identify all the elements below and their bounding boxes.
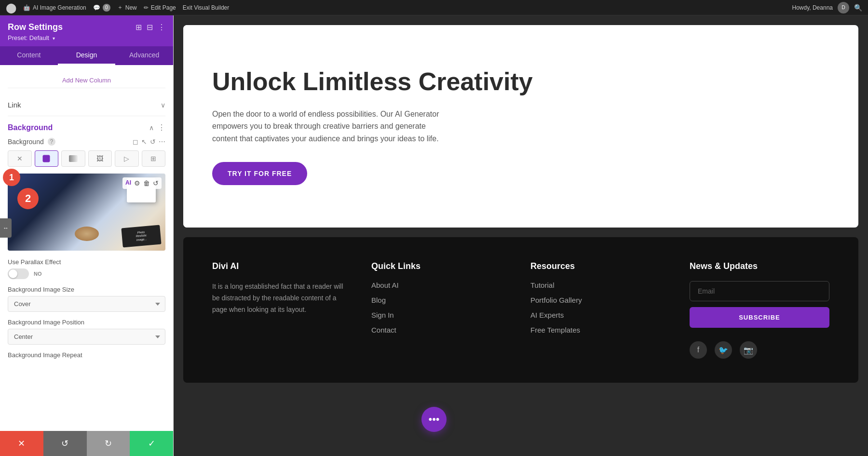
delete-action-icon[interactable]: 🗑	[143, 179, 150, 187]
footer-link-tutorial[interactable]: Tutorial	[530, 281, 670, 289]
image-size-row: Background Image Size Cover Contain Auto…	[8, 286, 165, 312]
preview-bowl	[75, 227, 99, 241]
background-section-title: Background	[8, 123, 53, 132]
footer: Divi AI It is a long established fact th…	[183, 237, 858, 383]
background-label-row: Background ? ◻ ↖ ↺ ⋯	[8, 138, 165, 146]
background-types: ✕ 🖼 ▷ ⊞	[8, 150, 165, 167]
footer-link-free-templates[interactable]: Free Templates	[530, 326, 670, 334]
tab-design[interactable]: Design	[58, 46, 116, 65]
footer-link-contact[interactable]: Contact	[371, 326, 511, 334]
admin-avatar[interactable]: D	[838, 2, 849, 13]
main-layout: Row Settings ⊞ ⊟ ⋮ Preset: Default ▾ Con…	[0, 15, 868, 456]
toggle-knob	[9, 269, 17, 278]
background-more-icon[interactable]: ⋮	[158, 123, 165, 132]
reset-action-icon[interactable]: ↺	[153, 179, 159, 187]
image-position-row: Background Image Position Center Top Lef…	[8, 319, 165, 345]
sidebar-content: Add New Column Link ∨ Background ∧ ⋮	[0, 65, 173, 431]
preview-card-text: PhotoReslisticImage...	[136, 230, 147, 241]
svg-rect-0	[43, 155, 50, 162]
sidebar: Row Settings ⊞ ⊟ ⋮ Preset: Default ▾ Con…	[0, 15, 174, 456]
sidebar-title: Row Settings	[8, 22, 63, 32]
parallax-toggle[interactable]	[8, 268, 29, 279]
instagram-icon[interactable]: 📷	[740, 341, 757, 359]
footer-social: f 🐦 📷	[690, 341, 829, 359]
hero-left: Unlock Limitless Creativity Open the doo…	[183, 25, 858, 228]
link-section: Link ∨	[8, 94, 165, 116]
background-section-header: Background ∧ ⋮	[8, 123, 165, 132]
sidebar-tabs: Content Design Advanced	[0, 46, 173, 65]
wordpress-icon[interactable]: ⬤	[6, 2, 16, 13]
bg-type-image[interactable]: 🖼	[88, 150, 112, 167]
footer-link-ai-experts[interactable]: AI Experts	[530, 311, 670, 319]
image-repeat-row: Background Image Repeat	[8, 351, 165, 359]
preview-icon[interactable]: ⊞	[136, 23, 142, 32]
footer-col-quick-links: Quick Links About AI Blog Sign In Contac…	[371, 261, 511, 359]
tab-content[interactable]: Content	[0, 46, 58, 65]
bg-cursor-icon[interactable]: ↖	[141, 138, 147, 146]
help-icon[interactable]: ?	[48, 138, 55, 146]
bg-type-none[interactable]: ✕	[8, 150, 32, 167]
cancel-button[interactable]: ✕	[0, 431, 43, 456]
admin-bar-right: Howdy, Deanna D 🔍	[792, 2, 863, 13]
confirm-button[interactable]: ✓	[130, 431, 173, 456]
footer-col-news: News & Updates SUBSCRIBE f 🐦 📷	[690, 261, 829, 359]
image-size-select[interactable]: Cover Contain Auto Initial	[8, 296, 165, 312]
image-position-label: Background Image Position	[8, 319, 165, 326]
background-collapse-icon[interactable]: ∧	[149, 124, 154, 132]
link-section-arrow: ∨	[161, 101, 165, 109]
bg-copy-icon[interactable]: ◻	[133, 138, 138, 146]
ai-action-icon[interactable]: AI	[125, 179, 131, 187]
facebook-icon[interactable]: f	[690, 341, 707, 359]
bg-type-color[interactable]	[35, 150, 59, 167]
undo-button[interactable]: ↺	[43, 431, 87, 456]
footer-subscribe-button[interactable]: SUBSCRIBE	[690, 307, 829, 328]
image-size-label: Background Image Size	[8, 286, 165, 293]
footer-quick-links-title: Quick Links	[371, 261, 511, 271]
bg-more2-icon[interactable]: ⋯	[159, 138, 165, 146]
search-icon[interactable]: 🔍	[854, 4, 862, 12]
footer-link-portfolio[interactable]: Portfolio Gallery	[530, 296, 670, 304]
sidebar-bottom-toolbar: ✕ ↺ ↻ ✓	[0, 431, 173, 456]
footer-divi-ai-text: It is a long established fact that a rea…	[212, 281, 352, 315]
sidebar-header-icons: ⊞ ⊟ ⋮	[136, 23, 165, 32]
toggle-row: NO	[8, 268, 165, 279]
footer-resources-title: Resources	[530, 261, 670, 271]
bg-reset-icon[interactable]: ↺	[150, 138, 156, 146]
bg-type-gradient[interactable]	[61, 150, 85, 167]
badge-1: 1	[3, 169, 20, 186]
settings-action-icon[interactable]: ⚙	[134, 179, 140, 187]
footer-email-input[interactable]	[690, 281, 829, 301]
footer-col-divi-ai: Divi AI It is a long established fact th…	[212, 261, 352, 359]
comments-link[interactable]: 💬 0	[93, 4, 110, 12]
sidebar-header-top: Row Settings ⊞ ⊟ ⋮	[8, 22, 165, 32]
hero-subtitle: Open the door to a world of endless poss…	[212, 108, 444, 145]
link-section-header[interactable]: Link ∨	[8, 101, 165, 109]
columns-icon[interactable]: ⊟	[147, 23, 153, 32]
hero-cta-button[interactable]: TRY IT FOR FREE	[212, 162, 307, 185]
image-position-select[interactable]: Center Top Left Top Center Bottom Center	[8, 329, 165, 345]
add-new-column-label[interactable]: Add New Column	[8, 73, 165, 88]
ai-image-generation-link[interactable]: 🤖 AI Image Generation	[23, 4, 86, 11]
footer-link-blog[interactable]: Blog	[371, 296, 511, 304]
more-icon[interactable]: ⋮	[158, 23, 165, 32]
footer-link-about-ai[interactable]: About AI	[371, 281, 511, 289]
footer-link-sign-in[interactable]: Sign In	[371, 311, 511, 319]
comment-count: 0	[103, 4, 110, 12]
twitter-icon[interactable]: 🐦	[715, 341, 732, 359]
tab-advanced[interactable]: Advanced	[115, 46, 173, 65]
edit-page-link[interactable]: ✏ Edit Page	[144, 4, 176, 11]
parallax-label: Use Parallax Effect	[8, 258, 165, 266]
exit-builder-link[interactable]: Exit Visual Builder	[183, 4, 230, 11]
new-button[interactable]: ＋ New	[117, 3, 137, 12]
background-label: Background	[8, 138, 44, 146]
bg-type-pattern[interactable]: ⊞	[142, 150, 166, 167]
redo-button[interactable]: ↻	[87, 431, 130, 456]
background-section: Background ∧ ⋮ Background ? ◻ ↖ ↺ ⋯	[8, 116, 165, 372]
floating-action-button[interactable]: •••	[421, 407, 447, 432]
svg-rect-1	[69, 155, 78, 162]
bg-type-video[interactable]: ▷	[115, 150, 139, 167]
footer-divi-ai-title: Divi AI	[212, 261, 352, 271]
content-area: ↔ Unlock Limitless Creativity Open the d…	[174, 15, 868, 456]
comments-icon: 💬	[93, 4, 100, 11]
sidebar-preset[interactable]: Preset: Default ▾	[8, 34, 165, 41]
